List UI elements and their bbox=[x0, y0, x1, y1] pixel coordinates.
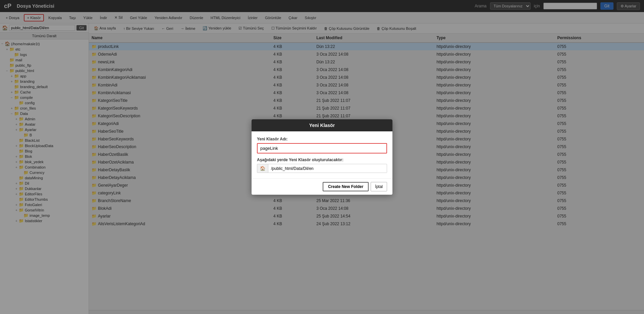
new-folder-modal: Yeni Klasör Yeni Klasör Adı: Aşağıdaki y… bbox=[252, 119, 392, 195]
modal-name-label: Yeni Klasör Adı: bbox=[257, 137, 387, 141]
new-folder-name-input[interactable] bbox=[257, 143, 387, 153]
modal-overlay: Yeni Klasör Yeni Klasör Adı: Aşağıdaki y… bbox=[0, 0, 644, 314]
create-new-folder-button[interactable]: Create New Folder bbox=[323, 182, 369, 191]
modal-location-wrapper: 🏠 bbox=[257, 164, 387, 173]
cancel-button[interactable]: İptal bbox=[371, 182, 387, 191]
folder-location-input[interactable] bbox=[268, 165, 387, 173]
modal-body: Yeni Klasör Adı: Aşağıdaki yerde Yeni Kl… bbox=[252, 131, 392, 178]
modal-header: Yeni Klasör bbox=[252, 119, 392, 131]
modal-location-label: Aşağıdaki yerde Yeni Klasör oluşturulaca… bbox=[257, 158, 387, 162]
home-path-icon: 🏠 bbox=[257, 164, 268, 173]
modal-footer: Create New Folder İptal bbox=[252, 178, 392, 195]
